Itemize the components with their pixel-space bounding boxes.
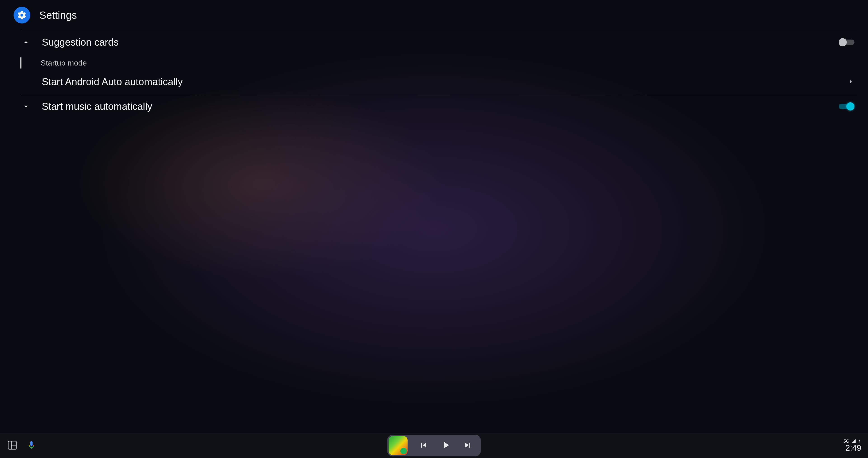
- gear-icon: [13, 7, 30, 24]
- clock: 2:49: [845, 443, 861, 453]
- battery-icon: [858, 438, 861, 444]
- microphone-icon: [27, 440, 36, 450]
- album-art[interactable]: [389, 436, 408, 455]
- scroll-up-button[interactable]: [20, 38, 42, 47]
- start-android-auto-label: Start Android Auto automatically: [42, 76, 848, 87]
- chevron-down-icon: [22, 102, 31, 111]
- content-area: Settings Suggestion cards Startup mode: [0, 0, 868, 433]
- section-startup-mode: Startup mode: [20, 55, 857, 69]
- start-music-label: Start music automatically: [42, 101, 839, 112]
- settings-list: Suggestion cards Startup mode Start Andr…: [20, 30, 857, 433]
- header-row: Settings: [7, 2, 857, 30]
- next-track-button[interactable]: [463, 440, 473, 451]
- suggestion-cards-label: Suggestion cards: [42, 37, 839, 48]
- skip-next-icon: [463, 440, 473, 450]
- launcher-icon: [7, 440, 18, 451]
- assistant-button[interactable]: [27, 440, 36, 451]
- previous-track-button[interactable]: [419, 440, 429, 451]
- media-controls: [387, 435, 481, 456]
- scroll-down-button[interactable]: [20, 102, 42, 111]
- row-start-music[interactable]: Start music automatically: [20, 94, 857, 119]
- signal-icon: [851, 439, 857, 443]
- network-label: 5G: [843, 438, 849, 444]
- status-area: 5G 2:49: [843, 438, 861, 453]
- bottom-bar: 5G 2:49: [0, 433, 868, 458]
- row-suggestion-cards[interactable]: Suggestion cards: [20, 30, 857, 55]
- play-button[interactable]: [440, 439, 452, 452]
- chevron-up-icon: [22, 38, 31, 47]
- play-icon: [440, 439, 452, 451]
- row-start-android-auto[interactable]: Start Android Auto automatically: [20, 69, 857, 94]
- settings-screen: Settings Suggestion cards Startup mode: [0, 0, 868, 458]
- skip-previous-icon: [419, 440, 429, 450]
- suggestion-cards-toggle[interactable]: [839, 38, 855, 46]
- chevron-right-icon: [848, 79, 857, 85]
- launcher-button[interactable]: [7, 440, 18, 452]
- start-music-toggle[interactable]: [839, 102, 855, 111]
- page-title: Settings: [39, 9, 77, 21]
